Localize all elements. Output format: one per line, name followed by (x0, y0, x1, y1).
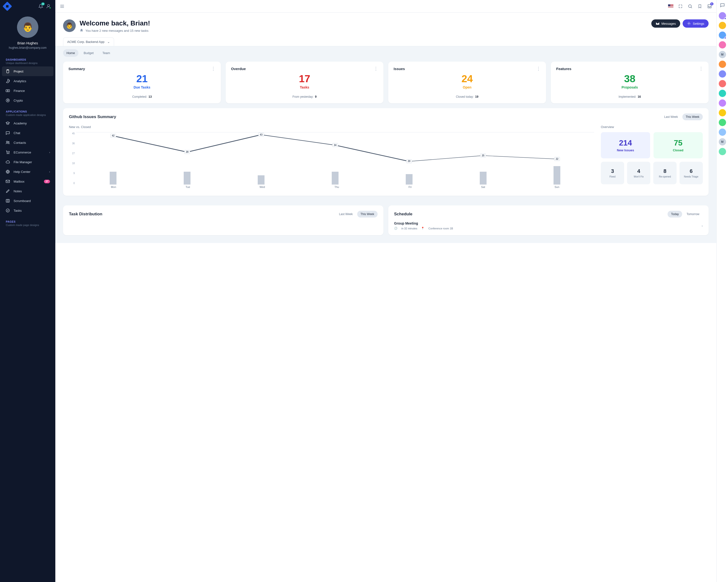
sidebar-item-mailbox[interactable]: Mailbox27 (2, 176, 53, 186)
board-icon (5, 198, 10, 203)
stat-value: 24 (394, 74, 541, 84)
bookmark-icon[interactable] (697, 3, 703, 9)
task-distribution-card: Task Distribution Last WeekThis Week (63, 205, 383, 235)
contact-avatar[interactable] (719, 70, 726, 78)
contact-avatar[interactable]: M (719, 138, 726, 145)
segment-last-week[interactable]: Last Week (336, 211, 356, 218)
topbar: 5 (55, 0, 717, 12)
chart-title: New vs. Closed (69, 125, 594, 129)
sidebar-item-project[interactable]: Project (2, 66, 53, 76)
contact-avatar[interactable] (719, 148, 726, 155)
tab-budget[interactable]: Budget (80, 49, 97, 57)
sidebar-item-contacts[interactable]: Contacts (2, 138, 53, 147)
cash-icon (5, 88, 10, 93)
card-menu-icon[interactable]: ⋮ (536, 66, 541, 71)
svg-point-10 (7, 171, 8, 172)
header-subtitle: You have 2 new messages and 15 new tasks (85, 29, 149, 32)
card-menu-icon[interactable]: ⋮ (211, 66, 215, 71)
gear-icon (687, 22, 691, 25)
contact-avatar[interactable] (719, 12, 726, 20)
sidebar-item-crypto[interactable]: Crypto (2, 95, 53, 105)
chart-pie-icon (5, 79, 10, 83)
segment-tomorrow[interactable]: Tomorrow (683, 211, 703, 218)
contact-avatar[interactable] (719, 129, 726, 136)
svg-point-8 (8, 153, 9, 154)
language-flag[interactable] (668, 3, 674, 9)
contact-avatar[interactable] (719, 41, 726, 49)
card-title: Issues (394, 67, 405, 71)
contact-avatar[interactable] (719, 80, 726, 87)
contact-avatar[interactable] (719, 119, 726, 126)
segment-last-week[interactable]: Last Week (661, 113, 681, 120)
check-icon (5, 208, 10, 213)
notifications-icon[interactable]: 3 (38, 3, 44, 9)
contact-avatar[interactable] (719, 109, 726, 116)
sidebar-item-analytics[interactable]: Analytics (2, 76, 53, 86)
stat-footer: Completed:13 (69, 95, 215, 99)
sidebar-item-academy[interactable]: Academy (2, 118, 53, 128)
support-icon (5, 169, 10, 174)
sidebar-item-scrumboard[interactable]: Scrumboard (2, 196, 53, 206)
user-avatar[interactable]: 👨 (17, 17, 38, 38)
inbox-icon[interactable]: 5 (707, 3, 712, 9)
chat-panel-icon[interactable] (720, 2, 725, 8)
overview-fixed: 3Fixed (601, 162, 624, 184)
sidebar-item-finance[interactable]: Finance (2, 86, 53, 95)
tab-home[interactable]: Home (63, 49, 78, 57)
segment-this-week[interactable]: This Week (682, 113, 703, 120)
academic-icon (5, 121, 10, 126)
sidebar-item-chat[interactable]: Chat (2, 128, 53, 138)
menu-toggle-icon[interactable] (59, 3, 65, 9)
settings-button[interactable]: Settings (683, 20, 709, 28)
sidebar-item-label: Tasks (14, 209, 22, 213)
card-title: Features (556, 67, 571, 71)
svg-rect-11 (6, 180, 10, 183)
svg-text:28: 28 (186, 150, 189, 153)
github-issues-card: Github Issues Summary Last WeekThis Week… (63, 108, 709, 196)
svg-text:25: 25 (482, 154, 485, 157)
stat-label: Due Tasks (69, 85, 215, 89)
svg-point-5 (6, 141, 8, 143)
svg-rect-12 (6, 199, 9, 202)
sidebar-item-file-manager[interactable]: File Manager (2, 157, 53, 167)
sidebar-item-label: Analytics (14, 79, 26, 83)
contact-avatar[interactable] (719, 22, 726, 29)
user-email: hughes.brian@company.com (4, 46, 51, 50)
contact-avatar[interactable]: M (719, 51, 726, 58)
sidebar-item-help-center[interactable]: Help Center› (2, 167, 53, 176)
segment-today[interactable]: Today (668, 211, 682, 218)
users-icon (5, 140, 10, 145)
section-subtitle: Custom made application designs (6, 113, 50, 116)
svg-text:43: 43 (260, 133, 263, 136)
fullscreen-icon[interactable] (678, 3, 683, 9)
card-menu-icon[interactable]: ⋮ (374, 66, 378, 71)
user-status-icon[interactable] (46, 3, 51, 9)
project-selector[interactable]: ACME Corp. Backend App ⌄ (63, 37, 114, 46)
contact-avatar[interactable] (719, 100, 726, 107)
user-name: Brian Hughes (4, 41, 51, 45)
svg-point-14 (688, 5, 691, 7)
contact-avatar[interactable] (719, 31, 726, 39)
cart-icon (5, 150, 10, 155)
contact-avatar[interactable] (719, 90, 726, 97)
sidebar-item-tasks[interactable]: Tasks (2, 206, 53, 215)
search-icon[interactable] (687, 3, 693, 9)
section-subtitle: Custom made page designs (6, 224, 50, 226)
sidebar: 3 👨 Brian Hughes hughes.brian@company.co… (0, 0, 55, 582)
sidebar-item-ecommerce[interactable]: ECommerce› (2, 147, 53, 157)
location-icon: 📍 (421, 227, 424, 230)
messages-button[interactable]: Messages (651, 20, 680, 28)
sidebar-item-label: Notes (14, 189, 22, 193)
contact-avatar[interactable] (719, 61, 726, 68)
bell-icon (80, 29, 83, 32)
schedule-title: Schedule (394, 212, 413, 217)
card-menu-icon[interactable]: ⋮ (699, 66, 703, 71)
app-logo[interactable] (2, 1, 12, 11)
sidebar-item-notes[interactable]: Notes (2, 186, 53, 196)
segment-this-week[interactable]: This Week (357, 211, 378, 218)
stat-footer: Closed today:19 (394, 95, 541, 99)
tab-team[interactable]: Team (99, 49, 113, 57)
schedule-item[interactable]: Group Meeting🕑in 32 minutes📍Conference r… (394, 221, 703, 230)
sidebar-item-label: Mailbox (14, 180, 25, 183)
section-subtitle: Unique dashboard designs (6, 62, 50, 64)
